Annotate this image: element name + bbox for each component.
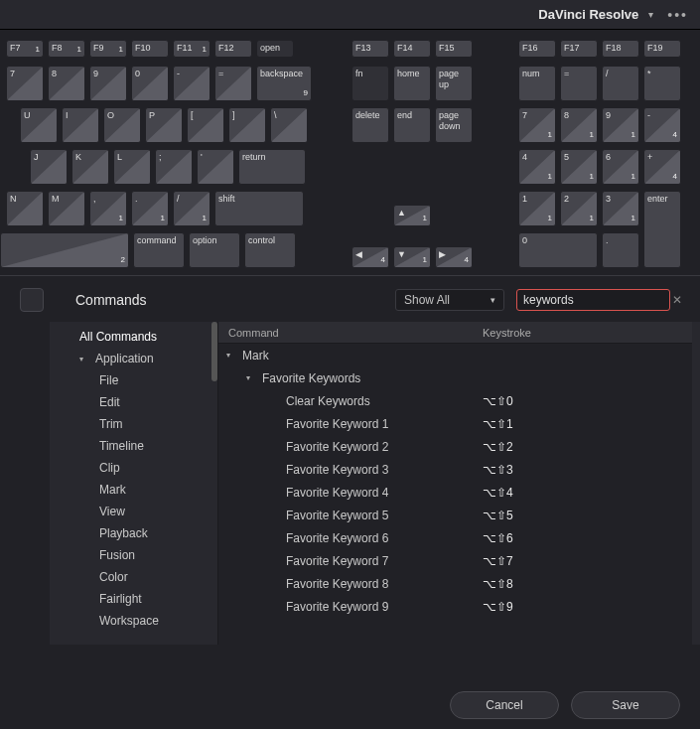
key--[interactable]: ; bbox=[155, 149, 193, 185]
key--[interactable]: ◀4 bbox=[351, 246, 389, 268]
key-0[interactable]: 0 bbox=[131, 66, 169, 101]
search-input[interactable] bbox=[523, 293, 672, 307]
filter-dropdown[interactable]: Show All ▾ bbox=[395, 289, 504, 311]
tree-item-mark[interactable]: Mark bbox=[50, 479, 217, 501]
tree-item-workspace[interactable]: Workspace bbox=[50, 610, 217, 632]
key-blank[interactable]: 2 bbox=[0, 232, 129, 268]
more-icon[interactable]: ••• bbox=[663, 7, 692, 23]
key-k[interactable]: K bbox=[71, 149, 109, 185]
key--[interactable]: - bbox=[173, 66, 210, 101]
key-f19[interactable]: F19 bbox=[643, 40, 681, 58]
key-f11[interactable]: F111 bbox=[173, 40, 210, 58]
key-command[interactable]: command bbox=[133, 232, 185, 268]
key-fn[interactable]: fn bbox=[351, 66, 389, 101]
key-f13[interactable]: F13 bbox=[351, 40, 389, 58]
key-f12[interactable]: F12 bbox=[214, 40, 252, 58]
key-f16[interactable]: F16 bbox=[518, 40, 556, 58]
tree-item-all-commands[interactable]: All Commands bbox=[50, 326, 217, 348]
table-row[interactable]: Favorite Keyword 3⌥⇧3 bbox=[218, 458, 692, 481]
tree-item-trim[interactable]: Trim bbox=[50, 413, 217, 435]
key-u[interactable]: U bbox=[20, 107, 58, 143]
key-f7[interactable]: F71 bbox=[6, 40, 44, 58]
key-return[interactable]: return bbox=[238, 149, 306, 185]
key--[interactable]: ' bbox=[197, 149, 234, 185]
key--[interactable]: /1 bbox=[173, 191, 210, 226]
tree-item-playback[interactable]: Playback bbox=[50, 522, 217, 544]
table-row[interactable]: Favorite Keyword 1⌥⇧1 bbox=[218, 412, 692, 435]
table-row[interactable]: ▾Favorite Keywords bbox=[218, 366, 692, 389]
table-row[interactable]: Favorite Keyword 9⌥⇧9 bbox=[218, 595, 692, 618]
key-2[interactable]: 21 bbox=[560, 191, 598, 226]
clear-search-icon[interactable]: ✕ bbox=[672, 293, 682, 307]
key-5[interactable]: 51 bbox=[560, 149, 598, 185]
key-enter[interactable]: enter bbox=[643, 191, 681, 268]
key-f10[interactable]: F10 bbox=[131, 40, 169, 58]
key-num[interactable]: num bbox=[518, 66, 556, 101]
key-home[interactable]: home bbox=[393, 66, 431, 101]
key-1[interactable]: 11 bbox=[518, 191, 556, 226]
key--[interactable]: .1 bbox=[131, 191, 169, 226]
key-delete[interactable]: delete bbox=[351, 107, 389, 143]
key-0[interactable]: 0 bbox=[518, 232, 598, 268]
key--[interactable]: ] bbox=[228, 107, 266, 143]
key--[interactable]: = bbox=[560, 66, 598, 101]
key-9[interactable]: 9 bbox=[89, 66, 127, 101]
key-f17[interactable]: F17 bbox=[560, 40, 598, 58]
tree-item-clip[interactable]: Clip bbox=[50, 457, 217, 479]
save-button[interactable]: Save bbox=[571, 691, 680, 719]
key-f9[interactable]: F91 bbox=[89, 40, 127, 58]
tree-item-edit[interactable]: Edit bbox=[50, 391, 217, 413]
key-4[interactable]: 41 bbox=[518, 149, 556, 185]
key-backspace[interactable]: backspace9 bbox=[256, 66, 312, 101]
tree-item-file[interactable]: File bbox=[50, 369, 217, 391]
table-row[interactable]: ▾Mark bbox=[218, 344, 692, 366]
table-row[interactable]: Favorite Keyword 5⌥⇧5 bbox=[218, 504, 692, 526]
key-control[interactable]: control bbox=[244, 232, 296, 268]
table-row[interactable]: Clear Keywords⌥⇧0 bbox=[218, 389, 692, 412]
key--[interactable]: ▼1 bbox=[393, 246, 431, 268]
key--[interactable]: ▲1 bbox=[393, 205, 431, 226]
table-row[interactable]: Favorite Keyword 7⌥⇧7 bbox=[218, 549, 692, 572]
tree-item-fusion[interactable]: Fusion bbox=[50, 544, 217, 566]
cancel-button[interactable]: Cancel bbox=[450, 691, 559, 719]
key-3[interactable]: 31 bbox=[602, 191, 639, 226]
tree-item-application[interactable]: ▾Application bbox=[50, 348, 217, 369]
key-page-up[interactable]: page up bbox=[435, 66, 473, 101]
key-f18[interactable]: F18 bbox=[602, 40, 639, 58]
key--[interactable]: +4 bbox=[643, 149, 681, 185]
table-row[interactable]: Favorite Keyword 8⌥⇧8 bbox=[218, 572, 692, 595]
key-j[interactable]: J bbox=[30, 149, 68, 185]
key-8[interactable]: 81 bbox=[560, 107, 598, 143]
toggle-button[interactable] bbox=[20, 288, 44, 312]
key--[interactable]: \ bbox=[270, 107, 308, 143]
key-f15[interactable]: F15 bbox=[435, 40, 473, 58]
table-row[interactable]: Favorite Keyword 2⌥⇧2 bbox=[218, 435, 692, 458]
tree-item-timeline[interactable]: Timeline bbox=[50, 435, 217, 457]
key-f14[interactable]: F14 bbox=[393, 40, 431, 58]
key-l[interactable]: L bbox=[113, 149, 151, 185]
key--[interactable]: * bbox=[643, 66, 681, 101]
tree-item-view[interactable]: View bbox=[50, 501, 217, 522]
key-7[interactable]: 7 bbox=[6, 66, 44, 101]
chevron-down-icon[interactable]: ▾ bbox=[644, 9, 663, 20]
key-p[interactable]: P bbox=[145, 107, 183, 143]
tree-item-color[interactable]: Color bbox=[50, 566, 217, 588]
key--[interactable]: = bbox=[214, 66, 252, 101]
key--[interactable]: . bbox=[602, 232, 639, 268]
key--[interactable]: [ bbox=[187, 107, 224, 143]
key-page-down[interactable]: page down bbox=[435, 107, 473, 143]
key-shift[interactable]: shift bbox=[214, 191, 304, 226]
key--[interactable]: / bbox=[602, 66, 639, 101]
table-row[interactable]: Favorite Keyword 6⌥⇧6 bbox=[218, 526, 692, 549]
key-9[interactable]: 91 bbox=[602, 107, 639, 143]
tree-item-fairlight[interactable]: Fairlight bbox=[50, 588, 217, 610]
category-tree[interactable]: All Commands▾ApplicationFileEditTrimTime… bbox=[50, 322, 218, 645]
key--[interactable]: ,1 bbox=[89, 191, 127, 226]
table-row[interactable]: Favorite Keyword 4⌥⇧4 bbox=[218, 481, 692, 504]
key-8[interactable]: 8 bbox=[48, 66, 85, 101]
search-input-wrap[interactable]: ✕ bbox=[516, 289, 670, 311]
key-m[interactable]: M bbox=[48, 191, 85, 226]
key--[interactable]: ▶4 bbox=[435, 246, 473, 268]
key-n[interactable]: N bbox=[6, 191, 44, 226]
key--[interactable]: -4 bbox=[643, 107, 681, 143]
